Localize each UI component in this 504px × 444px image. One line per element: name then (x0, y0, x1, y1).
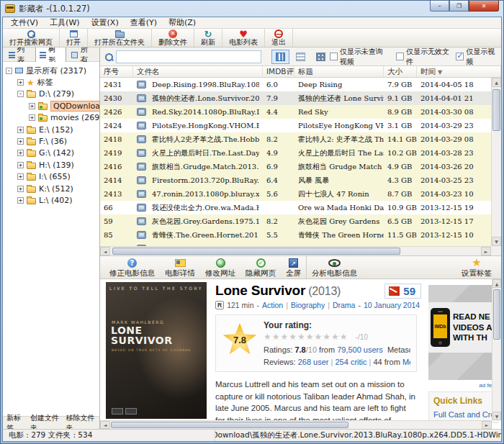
tree-item-qqdownload[interactable]: + QQDownload (10) (3, 100, 99, 112)
tree-item-drive-e[interactable]: + E:\ (152) (3, 124, 99, 135)
genre-link[interactable]: Biography (291, 301, 325, 309)
tree-item-drive-k[interactable]: + K:\ (512) (3, 183, 99, 194)
checkbox-box[interactable] (330, 53, 338, 60)
user-rating-stars[interactable]: ★★★★★★★★★★-/10 (264, 332, 410, 342)
menu-file[interactable]: 文件(V) (6, 17, 43, 28)
set-tag-button[interactable]: ★ 设置标签 (456, 256, 497, 278)
details-view-button[interactable] (271, 50, 289, 64)
table-row[interactable]: 2416旗鼓相当.Grudge.Match.2013.Bl..6.9旗鼓相当 G… (100, 160, 491, 173)
table-row[interactable]: 66我还没使出全力.Ore.wa.Mada.Honki.Da..Ore wa M… (100, 201, 491, 214)
scroll-up-arrow[interactable]: ▲ (492, 279, 501, 288)
open-containing-folder-button[interactable]: 打开所在文件夹 (88, 29, 152, 47)
title-bar[interactable]: 影藏者 -(1.0.1.27) – ❐ ✕ (1, 1, 503, 17)
table-row[interactable]: 2419火星上的最后时日.The.Last.Days.on.Mar..4.9火星… (100, 146, 491, 160)
tree-item-drive-l[interactable]: + L:\ (402) (3, 194, 99, 206)
hide-webpage-button[interactable]: ✓ 隐藏网页 (240, 256, 281, 278)
checkbox-box[interactable] (396, 53, 404, 60)
table-row[interactable]: 59灰色花园.Grey.Gardens.1975.10..8.2灰色花园 Gre… (100, 214, 491, 228)
table-row[interactable]: 2414Firestorm.2013.720p.BluRay.x264-WiKi… (100, 173, 491, 187)
scrollbar-thumb[interactable] (111, 422, 348, 428)
scroll-up-arrow[interactable]: ▲ (492, 78, 501, 87)
tree-item-tags[interactable]: + ★ 标签 (3, 76, 99, 88)
tree-item-show-all[interactable]: - 显示所有 (2317) (3, 65, 99, 76)
create-folder-button[interactable]: 创建文件夹 (30, 413, 60, 430)
column-header-size[interactable]: 大小 (384, 66, 417, 77)
table-row[interactable]: 2418霍比特人2史矛革之战.The.Hobbit.The.Desol..8.2… (100, 132, 491, 146)
column-header-filename[interactable]: 文件名 (133, 66, 263, 77)
scroll-right-arrow[interactable]: ► (481, 247, 491, 255)
expand-icon[interactable]: + (17, 138, 24, 145)
collapse-icon[interactable]: - (6, 68, 12, 74)
genre-link[interactable]: Drama (333, 301, 356, 309)
open-button[interactable]: 打开 (60, 29, 88, 47)
column-header-title[interactable]: 标题 (294, 66, 384, 77)
release-date-link[interactable]: 10 January 2014 (USA) (364, 301, 420, 309)
movie-details-button[interactable]: 电影详情 (160, 256, 200, 278)
scroll-right-arrow[interactable]: ► (482, 421, 492, 429)
users-count-link[interactable]: 79,500 users (337, 345, 383, 354)
tree-item-drive-i[interactable]: + I:\ (655) (3, 171, 99, 183)
expand-icon[interactable]: + (17, 150, 24, 156)
table-row[interactable]: 2426Red.Sky.2014.1080p.BluRay.DTS-HD.MA.… (100, 105, 491, 119)
expand-icon[interactable]: + (17, 197, 24, 204)
thumbnail-view-button[interactable] (312, 50, 330, 64)
fix-movie-info-button[interactable]: ? 修正电影信息 (104, 256, 160, 278)
full-cast-crew-link[interactable]: Full Cast and Crew (433, 410, 493, 419)
detail-horizontal-scrollbar[interactable]: ◄ ► (100, 420, 492, 429)
scrollbar-thumb[interactable] (112, 248, 400, 255)
metacritic-link[interactable]: Metacritic.com (402, 358, 410, 366)
exit-button[interactable]: — 退出 (265, 29, 293, 47)
table-row[interactable]: 2431Deep.Rising.1998.BluRay.1080p.DTS.x2… (100, 78, 491, 91)
fullscreen-button[interactable]: ↗ 全屏 (281, 256, 307, 278)
remove-folder-button[interactable]: 移除文件夹 (66, 413, 96, 430)
user-reviews-link[interactable]: 268 user (298, 358, 329, 366)
scrollbar-thumb[interactable] (492, 89, 500, 131)
expand-icon[interactable]: + (17, 173, 24, 180)
table-row[interactable]: 85青蜂侠.The.Green.Hornet.2011.BluRay.1080p… (100, 228, 491, 242)
checkbox-unqueried-videos[interactable]: 仅显示未查询视频 (330, 47, 390, 67)
edit-url-button[interactable]: 修改网址 (200, 256, 240, 278)
refresh-button[interactable]: ↻ 刷新 (194, 29, 222, 47)
expand-icon[interactable]: + (17, 79, 24, 86)
scroll-left-arrow[interactable]: ◄ (100, 421, 110, 429)
genre-link[interactable]: Action (262, 301, 283, 309)
expand-icon[interactable]: + (29, 114, 35, 121)
table-vertical-scrollbar[interactable]: ▲ ▼ (491, 78, 501, 246)
menu-tools[interactable]: 工具(W) (45, 17, 84, 28)
tree-item-drive-d[interactable]: - D:\ (279) (3, 89, 99, 100)
minimize-button[interactable]: – (430, 1, 449, 12)
scroll-down-arrow[interactable]: ▼ (492, 412, 501, 420)
table-row[interactable]: 2424PilotsEye.HongKong.VHOM.BDRip.1080P.… (100, 119, 491, 132)
imdb-app-ad[interactable]: IMDb READ NE VIDEOS A WITH TH (428, 285, 498, 380)
table-horizontal-scrollbar[interactable]: ◄ ► (100, 246, 491, 255)
analyze-movie-info-button[interactable]: 分析电影信息 (307, 256, 362, 278)
tree-item-drive-f[interactable]: + F:\ (36) (3, 135, 99, 147)
checkbox-box-checked[interactable] (456, 53, 464, 60)
list-view-button[interactable] (292, 50, 310, 64)
expand-icon[interactable]: + (17, 127, 24, 133)
tree-item-drive-g[interactable]: + G:\ (142) (3, 148, 99, 159)
table-row[interactable]: 241347.ronin.2013.1080p.bluray.x264-spar… (100, 187, 491, 201)
expand-icon[interactable]: + (17, 186, 24, 192)
menu-help[interactable]: 帮助(Z) (163, 17, 201, 28)
tree-item-drive-h[interactable]: + H:\ (139) (3, 159, 99, 171)
menu-settings[interactable]: 设置(X) (86, 17, 124, 28)
critic-reviews-link[interactable]: 254 critic (335, 358, 366, 366)
movie-list-button[interactable]: ♥ 电影列表 (222, 29, 265, 47)
delete-file-button[interactable]: ✕ 删除文件 (152, 29, 194, 47)
collapse-icon[interactable]: - (17, 91, 24, 97)
menu-view[interactable]: 查看(Y) (125, 17, 162, 28)
search-input[interactable] (116, 50, 261, 63)
maximize-button[interactable]: ❐ (449, 1, 469, 12)
column-header-index[interactable]: 序号 (100, 66, 133, 77)
detail-vertical-scrollbar[interactable]: ▲ ▼ (492, 279, 501, 420)
checkbox-videos-only[interactable]: 仅显示视频 (456, 47, 497, 67)
open-search-page-button[interactable]: 打开搜索网页 (3, 29, 60, 47)
close-button[interactable]: ✕ (469, 1, 499, 12)
scroll-left-arrow[interactable]: ◄ (100, 247, 110, 255)
scroll-down-arrow[interactable]: ▼ (492, 237, 501, 246)
checkbox-invalid-files[interactable]: 仅显示无效文件 (396, 47, 449, 67)
table-row-selected[interactable]: 2430孤独的生还者.Lone.Survivor.2013.BluRa..7.9… (100, 91, 491, 105)
column-header-imdb-rating[interactable]: IMDB评分 (263, 66, 294, 77)
new-tag-button[interactable]: 新标签 (6, 413, 24, 430)
